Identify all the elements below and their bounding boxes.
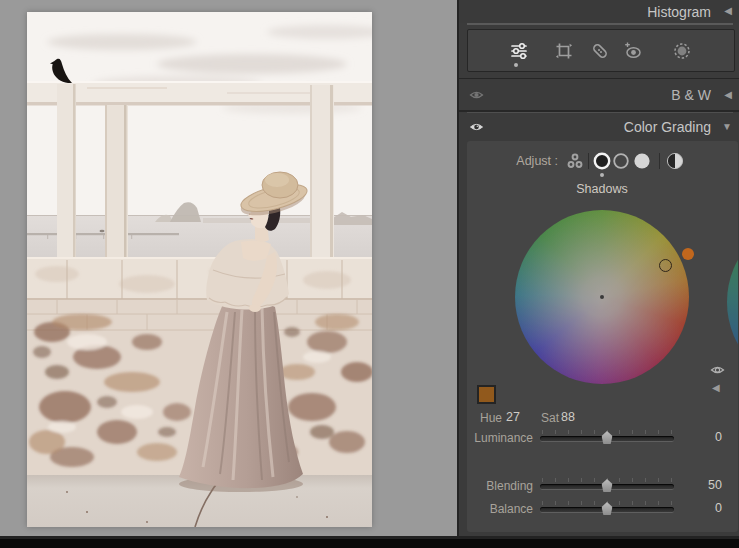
wheel-collapse-arrow-icon[interactable]: ◀ bbox=[712, 383, 720, 393]
tool-strip bbox=[467, 29, 735, 72]
global-mode-icon[interactable] bbox=[666, 152, 684, 170]
bw-panel-title: B & W bbox=[671, 87, 711, 103]
active-mode-indicator bbox=[600, 173, 604, 177]
sat-label: Sat bbox=[541, 411, 559, 425]
luminance-value[interactable]: 0 bbox=[692, 430, 722, 444]
shadows-color-swatch[interactable] bbox=[477, 385, 496, 404]
wheel-drag-handle[interactable] bbox=[682, 248, 694, 260]
bw-collapse-arrow-icon[interactable]: ◀ bbox=[724, 90, 732, 100]
luminance-label: Luminance bbox=[467, 431, 533, 445]
color-grading-panel-body: Adjust : Shadows bbox=[467, 141, 738, 532]
masking-icon[interactable] bbox=[672, 41, 692, 61]
crop-icon[interactable] bbox=[554, 41, 574, 61]
active-tool-indicator bbox=[514, 63, 518, 67]
highlights-mode-icon[interactable] bbox=[633, 152, 651, 170]
hue-label: Hue bbox=[480, 411, 502, 425]
divider bbox=[659, 153, 660, 169]
wheel-selection-ring[interactable] bbox=[659, 259, 672, 272]
histogram-title: Histogram bbox=[647, 4, 711, 20]
photo-canvas bbox=[27, 12, 372, 527]
balance-label: Balance bbox=[467, 502, 533, 516]
bw-panel-header[interactable]: B & W ◀ bbox=[459, 81, 739, 109]
color-grading-visibility-eye-icon[interactable] bbox=[469, 121, 484, 133]
histogram-collapse-arrow-icon[interactable]: ◀ bbox=[724, 6, 732, 16]
balance-slider[interactable] bbox=[540, 501, 674, 517]
balance-value[interactable]: 0 bbox=[692, 501, 722, 515]
adjust-label: Adjust : bbox=[467, 154, 558, 168]
luminance-slider[interactable] bbox=[540, 430, 674, 446]
active-range-label: Shadows bbox=[552, 182, 652, 196]
red-eye-icon[interactable] bbox=[623, 41, 643, 61]
color-grading-expand-arrow-icon[interactable]: ▼ bbox=[722, 122, 732, 132]
wheel-preview-eye-icon[interactable] bbox=[710, 364, 725, 376]
divider bbox=[467, 112, 733, 113]
midtones-color-wheel-edge[interactable] bbox=[727, 215, 738, 389]
divider bbox=[459, 78, 739, 79]
color-grading-title: Color Grading bbox=[624, 119, 711, 135]
shadows-mode-icon[interactable] bbox=[593, 152, 611, 170]
hue-value[interactable]: 27 bbox=[506, 410, 520, 424]
healing-icon[interactable] bbox=[590, 41, 610, 61]
three-way-mode-icon[interactable] bbox=[566, 152, 584, 170]
bottom-bar bbox=[0, 539, 739, 548]
histogram-header[interactable]: Histogram ◀ bbox=[459, 0, 739, 23]
wheel-center-dot bbox=[600, 295, 604, 299]
divider bbox=[467, 23, 733, 25]
develop-panel: Histogram ◀ bbox=[457, 0, 739, 548]
wall-ledge bbox=[27, 257, 372, 302]
bw-visibility-eye-icon[interactable] bbox=[469, 89, 484, 101]
divider bbox=[588, 153, 589, 169]
midtones-mode-icon[interactable] bbox=[612, 152, 630, 170]
blending-value[interactable]: 50 bbox=[692, 478, 722, 492]
photo-image bbox=[27, 12, 372, 527]
blending-slider[interactable] bbox=[540, 478, 674, 494]
sat-value[interactable]: 88 bbox=[561, 410, 575, 424]
edit-sliders-icon[interactable] bbox=[509, 41, 529, 61]
blending-label: Blending bbox=[467, 479, 533, 493]
color-grading-header[interactable]: Color Grading ▼ bbox=[459, 114, 739, 140]
